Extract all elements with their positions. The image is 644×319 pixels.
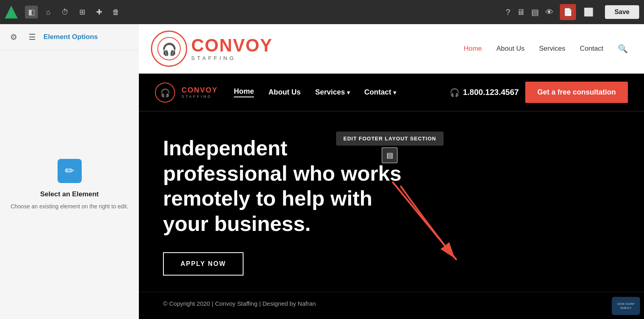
tooltip-container: EDIT FOOTER LAYOUT SECTION ▤ xyxy=(336,132,444,163)
hero-logo-text-area: CONVOY STAFFING xyxy=(182,86,218,99)
toolbar: ◧ ⌂ ⏱ ⊞ ✚ 🗑 ? 🖥 ▤ 👁 📄 ⬜ Save xyxy=(0,0,644,24)
nav-link-about[interactable]: About Us xyxy=(496,45,524,53)
hero-logo-circle: 🎧 xyxy=(155,82,175,103)
sidebar-top: ⚙ ☰ Element Options xyxy=(0,24,139,50)
top-nav: 🎧 CONVOY STAFFING Home About Us Services… xyxy=(139,24,644,74)
sidebar: ⚙ ☰ Element Options ✏ Select an Element … xyxy=(0,24,139,319)
hero-nav-right: 🎧 1.800.123.4567 Get a free consultation xyxy=(450,82,628,103)
layout-icon[interactable]: ⊞ xyxy=(76,6,89,19)
hero-nav-home[interactable]: Home xyxy=(234,87,254,97)
tooltip-icon-button[interactable]: ▤ xyxy=(382,147,398,163)
tooltip-box: EDIT FOOTER LAYOUT SECTION xyxy=(336,132,444,146)
hero-section: 🎧 CONVOY STAFFING Home About Us Services… xyxy=(139,74,644,319)
logo-headset-icon: 🎧 xyxy=(157,37,181,61)
hero-convoy-text: CONVOY xyxy=(182,86,218,95)
add-icon[interactable]: ✚ xyxy=(93,6,105,19)
hero-logo: 🎧 CONVOY STAFFING xyxy=(155,82,218,103)
save-button[interactable]: Save xyxy=(605,5,639,19)
consultation-button[interactable]: Get a free consultation xyxy=(525,82,628,103)
lines-button[interactable]: ☰ xyxy=(25,30,39,44)
svg-text:🎧: 🎧 xyxy=(162,42,177,57)
page-icon[interactable]: 📄 xyxy=(560,4,576,20)
help-icon[interactable]: ? xyxy=(506,8,510,17)
logo-convoy-text: CONVOY xyxy=(191,37,273,54)
eye-icon[interactable]: 👁 xyxy=(545,8,553,17)
logo-circle: 🎧 xyxy=(151,31,187,67)
edit-icon-button[interactable]: ✏ xyxy=(58,159,82,183)
svg-text:🎧: 🎧 xyxy=(160,88,170,98)
chevron-down-icon-2: ▾ xyxy=(393,89,396,96)
hero-headset-icon: 🎧 xyxy=(158,85,172,100)
select-element-title: Select an Element xyxy=(40,190,99,198)
apply-button[interactable]: APPLY NOW xyxy=(163,252,244,276)
hero-staffing-text: STAFFING xyxy=(182,95,218,99)
desktop-icon[interactable]: 🖥 xyxy=(517,8,525,17)
gear-button[interactable]: ⚙ xyxy=(6,30,21,44)
main-layout: ⚙ ☰ Element Options ✏ Select an Element … xyxy=(0,24,644,319)
logo-area: 🎧 CONVOY STAFFING xyxy=(151,31,273,67)
phone-icon: 🎧 xyxy=(450,88,460,97)
toolbar-logo xyxy=(5,6,18,19)
delete-icon[interactable]: 🗑 xyxy=(109,6,122,19)
home-icon[interactable]: ⌂ xyxy=(42,6,55,19)
hero-nav-services[interactable]: Services ▾ xyxy=(315,88,350,97)
phone-number: 1.800.123.4567 xyxy=(463,88,519,97)
hero-nav-contact[interactable]: Contact ▾ xyxy=(364,88,396,97)
hero-nav: 🎧 CONVOY STAFFING Home About Us Services… xyxy=(139,74,644,111)
nav-link-home[interactable]: Home xyxy=(464,45,482,53)
select-element-desc: Choose an existing element on the right … xyxy=(10,202,128,211)
hero-nav-links: Home About Us Services ▾ Contact ▾ xyxy=(234,87,396,97)
badge-text: GIVE SURFSHEGY xyxy=(617,302,634,310)
history-icon[interactable]: ⏱ xyxy=(59,6,72,19)
top-nav-links: Home About Us Services Contact 🔍 xyxy=(464,44,628,54)
logo-text-area: CONVOY STAFFING xyxy=(191,37,273,61)
nav-link-contact[interactable]: Contact xyxy=(580,45,603,53)
logo-staffing-text: STAFFING xyxy=(191,55,273,61)
copyright-text: © Copyright 2020 | Convoy Staffing | Des… xyxy=(163,300,316,307)
nav-link-services[interactable]: Services xyxy=(539,45,565,53)
expand-icon[interactable]: ⬜ xyxy=(582,6,595,19)
tablet-icon[interactable]: ▤ xyxy=(531,7,539,17)
sidebar-content: ✏ Select an Element Choose an existing e… xyxy=(0,50,139,319)
bottom-badge: GIVE SURFSHEGY xyxy=(612,297,640,315)
search-icon[interactable]: 🔍 xyxy=(618,44,628,54)
hero-footer: © Copyright 2020 | Convoy Staffing | Des… xyxy=(139,292,644,319)
chevron-down-icon: ▾ xyxy=(347,89,350,96)
panel-icon[interactable]: ◧ xyxy=(25,6,38,19)
hero-nav-about[interactable]: About Us xyxy=(268,88,301,97)
hero-phone: 🎧 1.800.123.4567 xyxy=(450,88,519,97)
element-options-title: Element Options xyxy=(43,33,98,41)
content-area: 🎧 CONVOY STAFFING Home About Us Services… xyxy=(139,24,644,319)
hero-content: Independent professional who works remot… xyxy=(139,111,644,292)
